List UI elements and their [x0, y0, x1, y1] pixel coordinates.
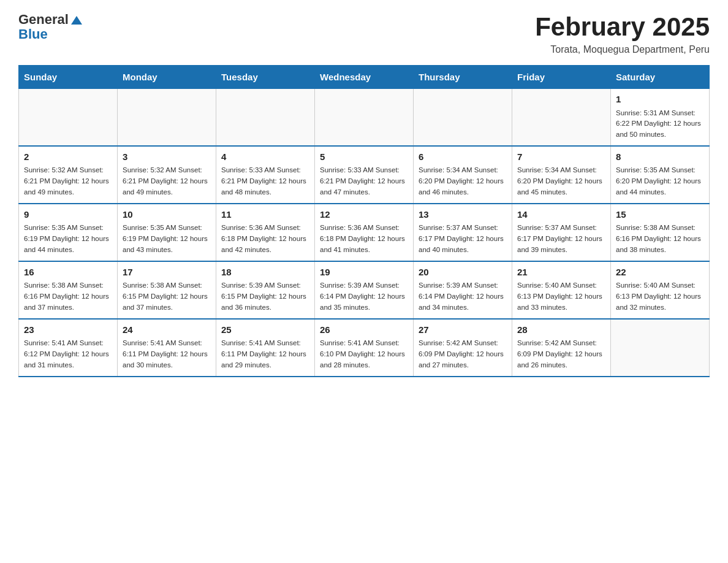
calendar-cell: 23Sunrise: 5:41 AM Sunset: 6:12 PM Dayli… [19, 319, 118, 377]
day-info-text: Sunrise: 5:41 AM Sunset: 6:11 PM Dayligh… [221, 338, 309, 370]
calendar-cell [19, 89, 118, 146]
calendar-cell: 8Sunrise: 5:35 AM Sunset: 6:20 PM Daylig… [611, 146, 710, 204]
logo-general-text: General [18, 12, 69, 27]
calendar-cell: 11Sunrise: 5:36 AM Sunset: 6:18 PM Dayli… [216, 204, 315, 261]
logo: General Blue [18, 12, 82, 42]
day-number: 21 [517, 266, 605, 280]
day-info-text: Sunrise: 5:33 AM Sunset: 6:21 PM Dayligh… [320, 165, 408, 197]
calendar-cell: 4Sunrise: 5:33 AM Sunset: 6:21 PM Daylig… [216, 146, 315, 204]
day-info-text: Sunrise: 5:42 AM Sunset: 6:09 PM Dayligh… [419, 338, 507, 370]
day-of-week-header: Saturday [611, 66, 710, 89]
calendar-cell: 3Sunrise: 5:32 AM Sunset: 6:21 PM Daylig… [118, 146, 216, 204]
day-info-text: Sunrise: 5:39 AM Sunset: 6:14 PM Dayligh… [419, 280, 507, 313]
calendar-cell: 21Sunrise: 5:40 AM Sunset: 6:13 PM Dayli… [512, 261, 611, 319]
day-of-week-header: Friday [512, 66, 611, 89]
title-block: February 2025 Torata, Moquegua Departmen… [535, 12, 710, 55]
calendar-week-row: 23Sunrise: 5:41 AM Sunset: 6:12 PM Dayli… [19, 319, 710, 377]
day-info-text: Sunrise: 5:41 AM Sunset: 6:12 PM Dayligh… [24, 338, 112, 370]
page-header: General Blue February 2025 Torata, Moque… [18, 12, 710, 55]
day-number: 15 [616, 208, 704, 222]
calendar-cell: 28Sunrise: 5:42 AM Sunset: 6:09 PM Dayli… [512, 319, 611, 377]
day-number: 14 [517, 208, 605, 222]
calendar-week-row: 2Sunrise: 5:32 AM Sunset: 6:21 PM Daylig… [19, 146, 710, 204]
day-number: 28 [517, 323, 605, 337]
day-number: 4 [221, 150, 309, 164]
calendar-cell [315, 89, 414, 146]
calendar-cell: 10Sunrise: 5:35 AM Sunset: 6:19 PM Dayli… [118, 204, 216, 261]
day-info-text: Sunrise: 5:34 AM Sunset: 6:20 PM Dayligh… [419, 165, 507, 197]
day-number: 17 [123, 266, 211, 280]
calendar-cell: 19Sunrise: 5:39 AM Sunset: 6:14 PM Dayli… [315, 261, 414, 319]
day-info-text: Sunrise: 5:38 AM Sunset: 6:15 PM Dayligh… [123, 280, 211, 313]
day-info-text: Sunrise: 5:32 AM Sunset: 6:21 PM Dayligh… [123, 165, 211, 197]
calendar-cell [216, 89, 315, 146]
calendar-header-row: SundayMondayTuesdayWednesdayThursdayFrid… [19, 66, 710, 89]
calendar-cell: 1Sunrise: 5:31 AM Sunset: 6:22 PM Daylig… [611, 89, 710, 146]
day-number: 1 [616, 93, 704, 107]
day-info-text: Sunrise: 5:31 AM Sunset: 6:22 PM Dayligh… [616, 108, 704, 140]
day-number: 25 [221, 323, 309, 337]
day-info-text: Sunrise: 5:37 AM Sunset: 6:17 PM Dayligh… [419, 223, 507, 255]
day-info-text: Sunrise: 5:40 AM Sunset: 6:13 PM Dayligh… [517, 280, 605, 313]
calendar-cell: 16Sunrise: 5:38 AM Sunset: 6:16 PM Dayli… [19, 261, 118, 319]
day-number: 2 [24, 150, 112, 164]
calendar-cell [611, 319, 710, 377]
day-info-text: Sunrise: 5:35 AM Sunset: 6:19 PM Dayligh… [123, 223, 211, 255]
day-info-text: Sunrise: 5:38 AM Sunset: 6:16 PM Dayligh… [616, 223, 704, 255]
day-number: 26 [320, 323, 408, 337]
day-info-text: Sunrise: 5:35 AM Sunset: 6:20 PM Dayligh… [616, 165, 704, 197]
calendar-week-row: 16Sunrise: 5:38 AM Sunset: 6:16 PM Dayli… [19, 261, 710, 319]
day-number: 10 [123, 208, 211, 222]
calendar-cell [118, 89, 216, 146]
day-info-text: Sunrise: 5:32 AM Sunset: 6:21 PM Dayligh… [24, 165, 112, 197]
day-info-text: Sunrise: 5:36 AM Sunset: 6:18 PM Dayligh… [221, 223, 309, 255]
day-info-text: Sunrise: 5:41 AM Sunset: 6:10 PM Dayligh… [320, 338, 408, 370]
calendar-cell: 6Sunrise: 5:34 AM Sunset: 6:20 PM Daylig… [414, 146, 512, 204]
day-number: 16 [24, 266, 112, 280]
calendar-cell: 12Sunrise: 5:36 AM Sunset: 6:18 PM Dayli… [315, 204, 414, 261]
calendar-cell: 2Sunrise: 5:32 AM Sunset: 6:21 PM Daylig… [19, 146, 118, 204]
day-info-text: Sunrise: 5:34 AM Sunset: 6:20 PM Dayligh… [517, 165, 605, 197]
calendar-table: SundayMondayTuesdayWednesdayThursdayFrid… [18, 65, 710, 377]
logo-blue-text: Blue [18, 27, 82, 42]
calendar-cell: 15Sunrise: 5:38 AM Sunset: 6:16 PM Dayli… [611, 204, 710, 261]
day-info-text: Sunrise: 5:42 AM Sunset: 6:09 PM Dayligh… [517, 338, 605, 370]
calendar-cell: 5Sunrise: 5:33 AM Sunset: 6:21 PM Daylig… [315, 146, 414, 204]
calendar-title: February 2025 [535, 12, 710, 42]
calendar-cell: 27Sunrise: 5:42 AM Sunset: 6:09 PM Dayli… [414, 319, 512, 377]
day-number: 23 [24, 323, 112, 337]
calendar-cell: 7Sunrise: 5:34 AM Sunset: 6:20 PM Daylig… [512, 146, 611, 204]
calendar-cell: 24Sunrise: 5:41 AM Sunset: 6:11 PM Dayli… [118, 319, 216, 377]
calendar-cell [512, 89, 611, 146]
day-number: 6 [419, 150, 507, 164]
day-info-text: Sunrise: 5:36 AM Sunset: 6:18 PM Dayligh… [320, 223, 408, 255]
day-number: 22 [616, 266, 704, 280]
day-of-week-header: Tuesday [216, 66, 315, 89]
day-number: 3 [123, 150, 211, 164]
day-info-text: Sunrise: 5:40 AM Sunset: 6:13 PM Dayligh… [616, 280, 704, 313]
day-number: 11 [221, 208, 309, 222]
calendar-cell: 20Sunrise: 5:39 AM Sunset: 6:14 PM Dayli… [414, 261, 512, 319]
calendar-cell: 25Sunrise: 5:41 AM Sunset: 6:11 PM Dayli… [216, 319, 315, 377]
calendar-cell: 14Sunrise: 5:37 AM Sunset: 6:17 PM Dayli… [512, 204, 611, 261]
day-number: 7 [517, 150, 605, 164]
day-number: 19 [320, 266, 408, 280]
day-number: 20 [419, 266, 507, 280]
day-number: 13 [419, 208, 507, 222]
day-info-text: Sunrise: 5:39 AM Sunset: 6:14 PM Dayligh… [320, 280, 408, 313]
day-number: 8 [616, 150, 704, 164]
calendar-cell: 26Sunrise: 5:41 AM Sunset: 6:10 PM Dayli… [315, 319, 414, 377]
day-info-text: Sunrise: 5:37 AM Sunset: 6:17 PM Dayligh… [517, 223, 605, 255]
day-of-week-header: Sunday [19, 66, 118, 89]
day-of-week-header: Wednesday [315, 66, 414, 89]
calendar-cell: 17Sunrise: 5:38 AM Sunset: 6:15 PM Dayli… [118, 261, 216, 319]
calendar-cell: 9Sunrise: 5:35 AM Sunset: 6:19 PM Daylig… [19, 204, 118, 261]
day-info-text: Sunrise: 5:39 AM Sunset: 6:15 PM Dayligh… [221, 280, 309, 313]
day-info-text: Sunrise: 5:35 AM Sunset: 6:19 PM Dayligh… [24, 223, 112, 255]
day-number: 12 [320, 208, 408, 222]
day-number: 5 [320, 150, 408, 164]
calendar-subtitle: Torata, Moquegua Department, Peru [535, 44, 710, 55]
calendar-week-row: 9Sunrise: 5:35 AM Sunset: 6:19 PM Daylig… [19, 204, 710, 261]
day-number: 24 [123, 323, 211, 337]
calendar-week-row: 1Sunrise: 5:31 AM Sunset: 6:22 PM Daylig… [19, 89, 710, 146]
